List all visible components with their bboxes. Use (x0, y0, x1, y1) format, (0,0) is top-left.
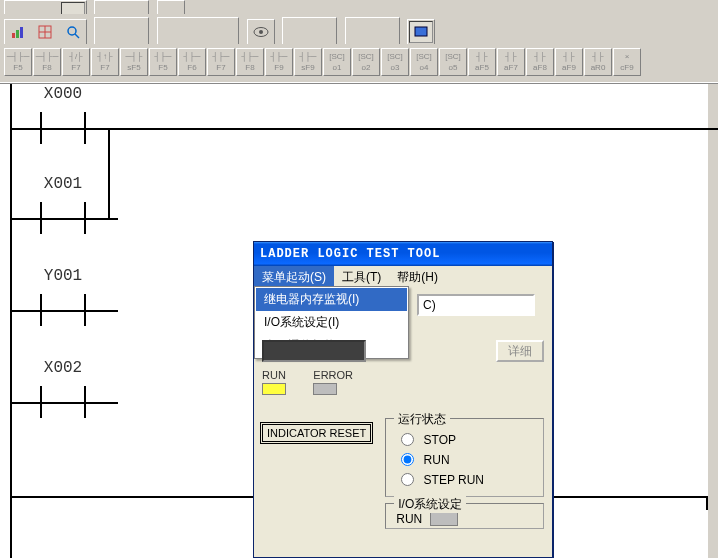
fnkey-F9[interactable]: ┤├─F9 (265, 48, 293, 76)
ladder-vertical (108, 128, 110, 220)
run-led-icon (262, 383, 286, 395)
radio-stop[interactable]: STOP (396, 430, 533, 447)
error-led-icon (313, 383, 337, 395)
fnkey-aF5[interactable]: ┤├aF5 (468, 48, 496, 76)
led-row: RUN ERROR (262, 368, 544, 396)
fnkey-F5[interactable]: ─┤├─F5 (4, 48, 32, 76)
fnkey-o1[interactable]: [SC]o1 (323, 48, 351, 76)
ladder-rung (10, 128, 718, 130)
contact-label: X000 (44, 86, 82, 102)
svg-point-4 (68, 27, 76, 35)
fnkey-F8[interactable]: ─┤├─F8 (33, 48, 61, 76)
error-led-label: ERROR (313, 369, 357, 381)
menu-tool[interactable]: 工具(T) (334, 266, 389, 286)
toolbar-row-2: ─┤├─F5─┤├─F8┤/├F7┤↑├F7─┤├sF5┤├─F5┤├─F6┤├… (0, 44, 718, 82)
radio-step-run-label: STEP RUN (424, 473, 484, 487)
svg-rect-0 (12, 33, 15, 38)
fnkey-F7[interactable]: ┤├─F7 (207, 48, 235, 76)
dialog-body: 详细 RUN ERROR INDICATOR RESET 运行状态 STOP (254, 286, 552, 557)
io-system-legend: I/O系统设定 (394, 496, 466, 513)
fnkey-o2[interactable]: [SC]o2 (352, 48, 380, 76)
tbtn-chart-icon[interactable] (6, 21, 30, 43)
contact-label: X001 (44, 176, 82, 192)
svg-rect-1 (16, 30, 19, 38)
menu-help[interactable]: 帮助(H) (389, 266, 446, 286)
fnkey-aF9[interactable]: ┤├aF9 (555, 48, 583, 76)
fnkey-o3[interactable]: [SC]o3 (381, 48, 409, 76)
tbtn-col2-icon[interactable] (311, 19, 335, 41)
menu-help-label: 帮助(H) (397, 270, 438, 284)
menu-tool-label: 工具(T) (342, 270, 381, 284)
tbtn-find-icon[interactable] (61, 21, 85, 43)
fnkey-o4[interactable]: [SC]o4 (410, 48, 438, 76)
dialog-menubar: 菜单起动(S) 工具(T) 帮助(H) (254, 266, 552, 286)
svg-point-6 (259, 30, 263, 34)
toolbar-row-0 (0, 0, 718, 14)
fnkey-o5[interactable]: [SC]o5 (439, 48, 467, 76)
run-led-label: RUN (262, 369, 306, 381)
dialog-title: LADDER LOGIC TEST TOOL (260, 247, 440, 261)
fnkey-aF7[interactable]: ┤├aF7 (497, 48, 525, 76)
radio-stop-label: STOP (424, 433, 456, 447)
io-run-led-icon (430, 512, 458, 526)
fnkey-cF9[interactable]: ×cF9 (613, 48, 641, 76)
fnkey-F8[interactable]: ┤├─F8 (236, 48, 264, 76)
ladder-contact[interactable]: X000 (28, 108, 98, 148)
tbtn-step-in-icon[interactable] (96, 19, 120, 41)
indicator-reset-button[interactable]: INDICATOR RESET (262, 424, 371, 442)
tbtn-col4-icon[interactable] (374, 19, 398, 41)
ladder-contact[interactable]: Y001 (28, 290, 98, 330)
plc-type-field[interactable] (417, 294, 535, 316)
tbtn-col1-icon[interactable] (284, 19, 308, 41)
fnkey-F5[interactable]: ┤├─F5 (149, 48, 177, 76)
radio-run-label: RUN (424, 453, 450, 467)
fnkey-sF5[interactable]: ─┤├sF5 (120, 48, 148, 76)
tbtn-step-out-icon[interactable] (123, 19, 147, 41)
tbtn-screen-icon[interactable] (409, 21, 433, 43)
io-run-label: RUN (396, 512, 422, 526)
contact-label: X002 (44, 360, 82, 376)
tbtn-goto3-icon[interactable] (213, 19, 237, 41)
tbtn-grid-icon[interactable] (33, 21, 57, 43)
svg-rect-2 (20, 27, 23, 38)
dialog-titlebar[interactable]: LADDER LOGIC TEST TOOL (254, 242, 552, 266)
tbtn-goto1-icon[interactable] (159, 19, 183, 41)
menu-start[interactable]: 菜单起动(S) (254, 266, 334, 286)
ladder-contact[interactable]: X002 (28, 382, 98, 422)
tbtn-col3-icon[interactable] (347, 19, 371, 41)
detail-button[interactable]: 详细 (496, 340, 544, 362)
run-state-legend: 运行状态 (394, 411, 450, 428)
ladder-contact[interactable]: X001 (28, 198, 98, 238)
fnkey-aR0[interactable]: ┤├aR0 (584, 48, 612, 76)
ladder-logic-test-tool-dialog[interactable]: LADDER LOGIC TEST TOOL 菜单起动(S) 工具(T) 帮助(… (253, 241, 553, 558)
radio-run[interactable]: RUN (396, 450, 533, 467)
fnkey-F7[interactable]: ┤/├F7 (62, 48, 90, 76)
fnkey-F6[interactable]: ┤├─F6 (178, 48, 206, 76)
toolbar-row-1 (0, 14, 718, 44)
menu-start-label: 菜单起动(S) (262, 270, 326, 284)
radio-step-run[interactable]: STEP RUN (396, 470, 533, 487)
svg-rect-7 (415, 27, 427, 36)
fnkey-F7[interactable]: ┤↑├F7 (91, 48, 119, 76)
ladder-left-rail (10, 84, 12, 558)
status-display-box (262, 340, 366, 362)
tbtn-goto2-icon[interactable] (186, 19, 210, 41)
ladder-right-rail (706, 496, 708, 510)
fnkey-aF8[interactable]: ┤├aF8 (526, 48, 554, 76)
contact-label: Y001 (44, 268, 82, 284)
fnkey-sF9[interactable]: ┤├─sF9 (294, 48, 322, 76)
canvas-right-edge (708, 84, 718, 558)
tbtn-eye-icon[interactable] (249, 21, 273, 43)
